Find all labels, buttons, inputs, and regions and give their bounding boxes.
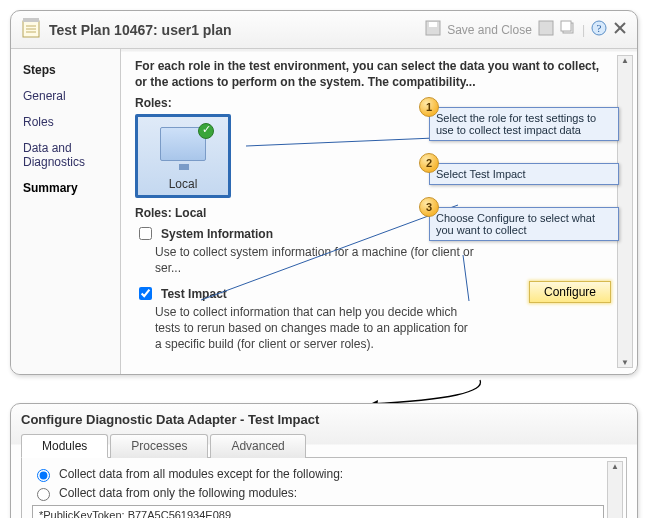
callout-number-1: 1 (419, 97, 439, 117)
callout-number-3: 3 (419, 197, 439, 217)
steps-sidebar: Steps General Roles Data and Diagnostics… (11, 49, 121, 374)
svg-rect-9 (561, 21, 571, 31)
notepad-icon (21, 17, 43, 42)
radio-only-following[interactable] (37, 488, 50, 501)
adapter-test-impact: Test Impact Use to collect information t… (135, 284, 611, 352)
sidebar-item-summary[interactable]: Summary (11, 175, 120, 201)
content-scrollbar[interactable]: ▲ ▼ (617, 55, 633, 368)
tab-advanced[interactable]: Advanced (210, 434, 305, 458)
system-info-label: System Information (161, 227, 273, 241)
svg-rect-1 (23, 18, 39, 22)
radio-only-following-label: Collect data from only the following mod… (59, 486, 297, 500)
help-icon[interactable]: ? (591, 20, 607, 39)
scroll-up-icon[interactable]: ▲ (621, 56, 629, 65)
sidebar-item-data-diagnostics[interactable]: Data and Diagnostics (11, 135, 120, 175)
save-copy-icon[interactable] (538, 20, 554, 39)
radio-all-except-label: Collect data from all modules except for… (59, 467, 343, 481)
module-key-row: *PublicKeyToken: B77A5C561934E089 (39, 509, 597, 518)
copy-icon[interactable] (560, 20, 576, 39)
sidebar-heading: Steps (11, 57, 120, 83)
scroll-up-icon[interactable]: ▲ (611, 462, 619, 471)
svg-text:?: ? (597, 22, 602, 34)
system-info-checkbox[interactable] (139, 227, 152, 240)
configure-dialog: Configure Diagnostic Data Adapter - Test… (10, 403, 638, 518)
role-tile-label: Local (169, 177, 198, 191)
radio-all-except[interactable] (37, 469, 50, 482)
callout-1: 1 Select the role for test settings to u… (429, 107, 619, 141)
svg-rect-7 (539, 21, 553, 35)
sidebar-item-general[interactable]: General (11, 83, 120, 109)
intro-text: For each role in the test environment, y… (135, 59, 611, 90)
tab-modules[interactable]: Modules (21, 434, 108, 458)
system-info-desc: Use to collect system information for a … (155, 245, 475, 276)
tab-body-modules: Collect data from all modules except for… (21, 458, 627, 518)
callouts: 1 Select the role for test settings to u… (429, 107, 619, 263)
save-icon[interactable] (425, 20, 441, 39)
sidebar-item-roles[interactable]: Roles (11, 109, 120, 135)
role-tile-local[interactable]: Local (135, 114, 231, 198)
callout-3-text: Choose Configure to select what you want… (436, 212, 595, 236)
panel-header: Test Plan 10467: user1 plan Save and Clo… (11, 11, 637, 49)
test-impact-label: Test Impact (161, 287, 227, 301)
dialog-title: Configure Diagnostic Data Adapter - Test… (21, 412, 627, 427)
scroll-down-icon[interactable]: ▼ (621, 358, 629, 367)
dialog-scrollbar[interactable]: ▲ ▼ (607, 461, 623, 518)
svg-rect-6 (429, 22, 437, 27)
test-impact-checkbox[interactable] (139, 287, 152, 300)
callout-3: 3 Choose Configure to select what you wa… (429, 207, 619, 241)
dialog-tabs: Modules Processes Advanced (21, 433, 627, 458)
module-key-list[interactable]: *PublicKeyToken: B77A5C561934E089 *Publi… (32, 505, 604, 518)
checkmark-icon (198, 123, 214, 139)
test-plan-panel: Test Plan 10467: user1 plan Save and Clo… (10, 10, 638, 375)
callout-1-text: Select the role for test settings to use… (436, 112, 596, 136)
tab-processes[interactable]: Processes (110, 434, 208, 458)
close-icon[interactable] (613, 21, 627, 38)
callout-2: 2 Select Test Impact (429, 163, 619, 185)
page-title: Test Plan 10467: user1 plan (49, 22, 425, 38)
callout-2-text: Select Test Impact (436, 168, 526, 180)
test-impact-desc: Use to collect information that can help… (155, 305, 475, 352)
configure-button[interactable]: Configure (529, 281, 611, 303)
save-and-close-button[interactable]: Save and Close (447, 23, 532, 37)
callout-number-2: 2 (419, 153, 439, 173)
